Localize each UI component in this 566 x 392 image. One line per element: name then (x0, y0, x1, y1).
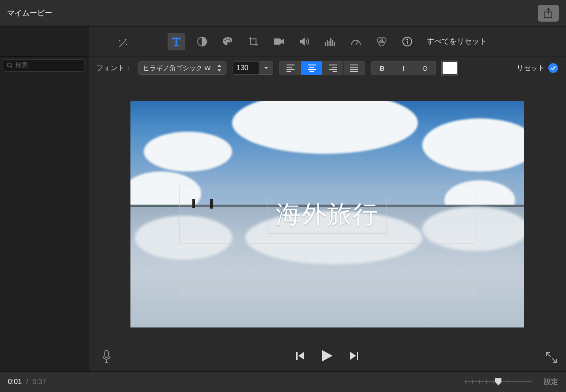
total-time: 0:37 (33, 378, 46, 386)
text-color-swatch[interactable] (442, 61, 457, 75)
svg-rect-11 (330, 38, 331, 46)
adjustments-toolbar: すべてをリセット (88, 27, 566, 57)
volume-tool[interactable] (296, 33, 314, 50)
voiceover-button[interactable] (102, 350, 111, 363)
time-separator: / (26, 378, 28, 386)
reset-button[interactable]: リセット (516, 63, 558, 73)
info-icon (402, 36, 413, 47)
transport-controls (88, 340, 566, 371)
share-button[interactable] (538, 5, 559, 22)
dropdown-updown-icon (217, 65, 222, 72)
font-controls-bar: フォント： ヒラギノ角ゴシック W 130 B I O (88, 57, 566, 80)
svg-point-5 (228, 38, 229, 40)
font-size-dropdown[interactable] (259, 61, 273, 75)
footer-bar: 0:01 / 0:37 設定 (0, 371, 566, 392)
settings-button[interactable]: 設定 (544, 377, 558, 387)
svg-point-1 (8, 63, 11, 67)
title-bar: マイムービー (0, 0, 566, 27)
svg-point-3 (224, 40, 226, 41)
magic-wand-button[interactable] (114, 34, 132, 52)
svg-rect-21 (357, 352, 358, 360)
color-balance-tool[interactable] (373, 33, 390, 50)
align-right-button[interactable] (322, 61, 344, 75)
titles-tool[interactable] (168, 33, 185, 50)
stabilize-tool[interactable] (270, 33, 288, 50)
speed-tool[interactable] (347, 33, 365, 50)
align-justify-button[interactable] (344, 61, 365, 75)
svg-point-4 (226, 38, 227, 39)
font-size-control[interactable]: 130 (233, 61, 273, 75)
svg-rect-7 (274, 38, 281, 45)
equalizer-tool[interactable] (321, 33, 339, 50)
info-tool[interactable] (398, 33, 416, 50)
svg-rect-20 (296, 352, 298, 360)
current-time: 0:01 (8, 378, 22, 386)
palette-icon (222, 36, 233, 47)
align-left-button[interactable] (280, 61, 301, 75)
alignment-group (279, 61, 365, 75)
skip-back-icon (295, 351, 305, 361)
zoom-thumb[interactable] (495, 378, 501, 385)
video-preview[interactable]: 海外旅行 (130, 101, 524, 327)
sidebar-top (0, 27, 88, 57)
bold-button[interactable]: B (372, 61, 393, 75)
equalizer-icon (325, 37, 336, 46)
svg-point-18 (407, 39, 408, 40)
font-label: フォント： (96, 64, 132, 73)
italic-button[interactable]: I (393, 61, 414, 75)
skip-forward-icon (349, 351, 359, 361)
svg-rect-8 (325, 42, 326, 46)
next-frame-button[interactable] (349, 351, 359, 361)
color-tool[interactable] (219, 33, 237, 50)
zoom-slider[interactable] (465, 377, 532, 386)
project-title: マイムービー (7, 8, 52, 18)
volume-icon (299, 37, 310, 46)
svg-rect-19 (105, 350, 108, 358)
svg-point-6 (229, 40, 231, 42)
font-size-value[interactable]: 130 (233, 61, 259, 75)
svg-rect-13 (334, 42, 335, 46)
play-icon (321, 349, 333, 362)
svg-rect-12 (332, 40, 333, 46)
title-text-box[interactable]: 海外旅行 (179, 186, 475, 244)
microphone-icon (102, 350, 111, 363)
sidebar: 検索 (0, 27, 88, 371)
crop-icon (248, 36, 259, 47)
outline-button[interactable]: O (414, 61, 436, 75)
overlap-circles-icon (375, 36, 388, 47)
svg-point-15 (381, 38, 386, 43)
share-icon (544, 8, 553, 19)
prev-frame-button[interactable] (295, 351, 305, 361)
fullscreen-button[interactable] (546, 352, 557, 363)
filter-tool[interactable] (193, 33, 211, 50)
search-icon (7, 62, 13, 69)
contrast-icon (197, 36, 207, 47)
crop-tool[interactable] (245, 33, 262, 50)
expand-icon (546, 352, 557, 363)
subtitle-text-box[interactable] (179, 285, 475, 299)
play-button[interactable] (321, 349, 333, 362)
chevron-down-icon (264, 66, 269, 70)
svg-rect-10 (329, 41, 329, 46)
speedometer-icon (350, 37, 362, 46)
wand-icon (117, 38, 129, 49)
style-group: B I O (371, 61, 436, 75)
search-placeholder: 検索 (15, 61, 28, 69)
align-center-button[interactable] (301, 61, 322, 75)
font-family-select[interactable]: ヒラギノ角ゴシック W (138, 61, 226, 75)
reset-all-button[interactable]: すべてをリセット (427, 36, 487, 46)
camera-icon (273, 37, 285, 46)
title-text[interactable]: 海外旅行 (268, 196, 387, 234)
check-icon (548, 63, 558, 73)
svg-rect-9 (327, 40, 328, 46)
svg-point-16 (379, 41, 384, 46)
search-input[interactable]: 検索 (3, 59, 85, 72)
text-icon (171, 36, 182, 47)
